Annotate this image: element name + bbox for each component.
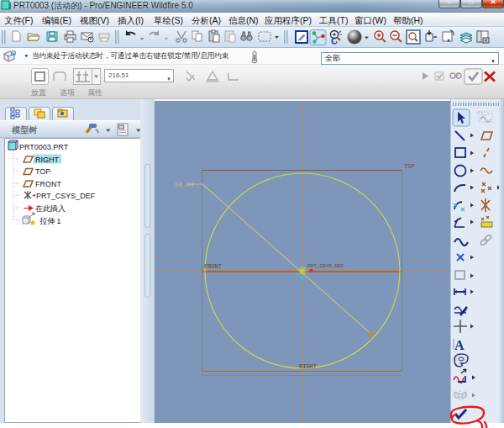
svg-text:拉伸 1: 拉伸 1 [39,217,61,225]
svg-text:TOP: TOP [35,167,50,176]
svg-text:A: A [454,338,465,352]
svg-text:RIGHT: RIGHT [35,156,60,164]
svg-text:PRT_CSYS_DEF: PRT_CSYS_DEF [307,263,344,269]
svg-text:TOP: TOP [404,163,415,170]
svg-text:FRONT: FRONT [204,263,222,270]
svg-text:PRT0003.PRT: PRT0003.PRT [19,143,69,151]
svg-text:50.00: 50.00 [175,182,194,188]
svg-text:PRT_CSYS_DEF: PRT_CSYS_DEF [36,192,96,200]
svg-text:RIGHT: RIGHT [299,363,317,370]
svg-text:在此插入: 在此插入 [35,204,66,213]
svg-text:FRONT: FRONT [35,180,61,188]
